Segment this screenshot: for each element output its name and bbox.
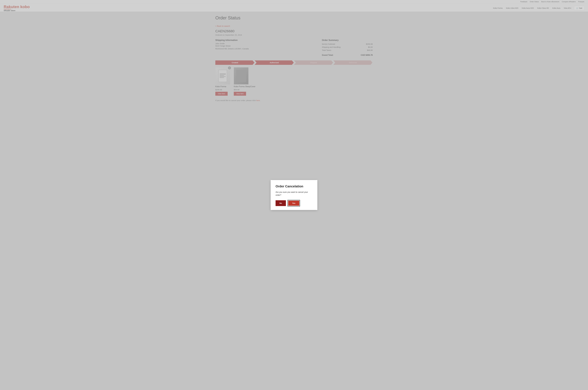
modal-yes-button[interactable]: Yes [288, 200, 300, 206]
modal-buttons: No Yes [276, 200, 312, 206]
modal-no-button[interactable]: No [276, 200, 286, 206]
modal-overlay: Order Cancelation Are you sure you want … [0, 0, 588, 390]
modal-message: Are you sure you want to cancel your ord… [276, 191, 312, 196]
order-cancel-modal: Order Cancelation Are you sure you want … [271, 180, 317, 210]
modal-title: Order Cancelation [276, 185, 312, 188]
